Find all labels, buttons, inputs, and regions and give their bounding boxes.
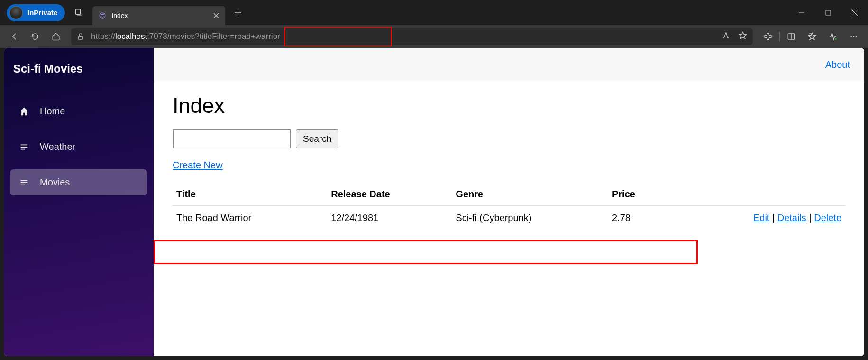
svg-point-6 [850, 36, 852, 37]
tab-actions-icon[interactable] [74, 8, 83, 18]
svg-point-7 [853, 36, 855, 37]
tab-title: Index [111, 12, 212, 19]
main-content: About Index Search Create New Title Rele… [154, 48, 864, 356]
col-release-date: Release Date [327, 183, 452, 206]
svg-rect-3 [78, 36, 82, 39]
highlight-annotation [154, 240, 698, 264]
home-icon [19, 106, 29, 117]
extensions-icon[interactable] [758, 27, 777, 46]
read-aloud-icon[interactable] [722, 31, 730, 42]
svg-rect-0 [76, 9, 81, 14]
browser-window: InPrivate Index [0, 0, 868, 360]
refresh-button[interactable] [26, 27, 45, 46]
sidebar-nav: Home Weather Movies [4, 90, 154, 204]
inprivate-label: InPrivate [27, 9, 57, 17]
title-filter-input[interactable] [173, 129, 291, 148]
highlight-annotation [284, 27, 392, 46]
more-menu-button[interactable] [844, 27, 863, 46]
cell-actions: Edit | Details | Delete [666, 206, 845, 231]
list-icon [19, 142, 29, 152]
col-genre: Genre [452, 183, 608, 206]
new-tab-button[interactable] [232, 7, 244, 19]
table-header-row: Title Release Date Genre Price [173, 183, 845, 206]
search-form: Search [173, 129, 845, 148]
cell-genre: Sci-fi (Cyberpunk) [452, 206, 608, 231]
window-controls [788, 3, 868, 22]
delete-link[interactable]: Delete [814, 212, 841, 223]
title-bar: InPrivate Index [0, 0, 868, 25]
avatar-icon [9, 6, 23, 19]
movies-table: Title Release Date Genre Price The Road … [173, 183, 845, 230]
svg-point-1 [100, 13, 105, 18]
svg-rect-2 [826, 10, 831, 15]
sidebar: Sci-fi Movies Home Weather Movies [4, 48, 154, 356]
top-row: About [154, 48, 864, 82]
tab-close-button[interactable] [212, 11, 220, 20]
inprivate-badge[interactable]: InPrivate [7, 4, 65, 21]
favorite-icon[interactable] [739, 31, 747, 42]
cell-price: 2.78 [608, 206, 666, 231]
content-shell: Sci-fi Movies Home Weather Movies About [4, 48, 864, 356]
cell-release-date: 12/24/1981 [327, 206, 452, 231]
split-screen-icon[interactable] [782, 27, 801, 46]
close-window-button[interactable] [841, 3, 868, 22]
home-button[interactable] [46, 27, 65, 46]
url-input[interactable]: https://localhost:7073/movies?titleFilte… [71, 28, 753, 45]
favorites-icon[interactable] [803, 27, 822, 46]
maximize-button[interactable] [815, 3, 841, 22]
address-bar: https://localhost:7073/movies?titleFilte… [0, 25, 868, 48]
cell-title: The Road Warrior [173, 206, 327, 231]
performance-icon[interactable] [823, 27, 842, 46]
lock-icon[interactable] [77, 33, 84, 40]
list-icon [19, 177, 29, 188]
sidebar-brand[interactable]: Sci-fi Movies [4, 48, 154, 90]
details-link[interactable]: Details [777, 212, 806, 223]
col-price: Price [608, 183, 666, 206]
col-title: Title [173, 183, 327, 206]
sidebar-item-label: Weather [40, 141, 75, 152]
table-row: The Road Warrior 12/24/1981 Sci-fi (Cybe… [173, 206, 845, 231]
back-button[interactable] [5, 27, 24, 46]
edit-link[interactable]: Edit [753, 212, 769, 223]
divider [779, 32, 780, 41]
minimize-button[interactable] [788, 3, 815, 22]
sidebar-item-label: Home [40, 106, 65, 117]
create-new-link[interactable]: Create New [173, 160, 223, 171]
search-button[interactable]: Search [296, 129, 338, 148]
sidebar-item-home[interactable]: Home [10, 98, 147, 124]
sidebar-item-movies[interactable]: Movies [10, 169, 147, 195]
svg-point-5 [835, 38, 837, 40]
about-link[interactable]: About [825, 59, 850, 70]
browser-tab[interactable]: Index [92, 6, 225, 25]
sidebar-item-weather[interactable]: Weather [10, 134, 147, 160]
sidebar-item-label: Movies [40, 177, 70, 188]
page-heading: Index [173, 93, 845, 118]
url-text: https://localhost:7073/movies?titleFilte… [91, 32, 280, 41]
tab-favicon-icon [98, 11, 107, 20]
svg-point-8 [856, 36, 857, 37]
page-body: Index Search Create New Title Release Da… [154, 82, 864, 241]
